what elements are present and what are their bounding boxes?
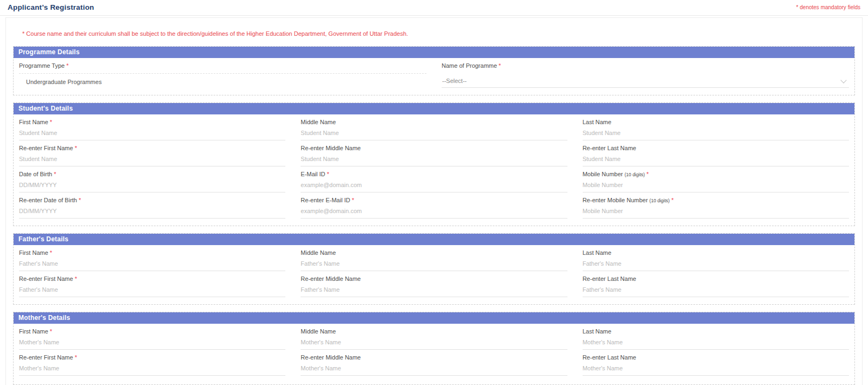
field-father-reenter-middle-name: Re-enter Middle Name bbox=[301, 275, 567, 297]
mother-middle-name-input[interactable] bbox=[301, 336, 567, 350]
mother-reenter-last-name-input[interactable] bbox=[583, 362, 849, 376]
student-dob-input[interactable] bbox=[19, 179, 285, 193]
student-reenter-first-name-input[interactable] bbox=[19, 153, 285, 166]
field-mother-reenter-last-name: Re-enter Last Name bbox=[583, 354, 849, 376]
field-student-reenter-last-name: Re-enter Last Name bbox=[583, 144, 849, 166]
student-email-input[interactable] bbox=[301, 179, 567, 193]
student-reenter-middle-name-input[interactable] bbox=[301, 153, 567, 166]
field-student-reenter-middle-name: Re-enter Middle Name bbox=[301, 144, 567, 166]
father-details-header: Father's Details bbox=[14, 234, 854, 245]
field-programme-type: Programme Type* Undergraduate Programmes bbox=[19, 62, 426, 88]
student-details-section: Student's Details First Name* Middle Nam… bbox=[13, 102, 855, 226]
father-reenter-first-name-input[interactable] bbox=[19, 284, 285, 297]
field-student-reenter-email: Re-enter E-Mail ID* bbox=[301, 196, 567, 219]
mother-details-header: Mother's Details bbox=[14, 312, 854, 324]
page-title: Applicant’s Registration bbox=[8, 3, 94, 11]
field-student-mobile: Mobile Number(10 digits)* bbox=[583, 170, 849, 193]
field-mother-first-name: First Name* bbox=[19, 328, 285, 350]
programme-name-label: Name of Programme* bbox=[442, 62, 849, 70]
field-student-reenter-first-name: Re-enter First Name* bbox=[19, 144, 285, 166]
father-details-section: Father's Details First Name* Middle Name… bbox=[13, 233, 855, 305]
field-student-dob: Date of Birth* bbox=[19, 170, 285, 193]
field-mother-reenter-middle-name: Re-enter Middle Name bbox=[301, 354, 567, 376]
mother-details-section: Mother's Details First Name* Middle Name… bbox=[13, 312, 855, 385]
mother-last-name-input[interactable] bbox=[583, 336, 849, 350]
programme-details-header: Programme Details bbox=[14, 47, 854, 58]
father-reenter-middle-name-input[interactable] bbox=[301, 284, 567, 297]
field-student-reenter-mobile: Re-enter Mobile Number(10 digits)* bbox=[583, 196, 849, 219]
mother-reenter-first-name-input[interactable] bbox=[19, 362, 285, 376]
field-father-first-name: First Name* bbox=[19, 249, 285, 271]
student-last-name-input[interactable] bbox=[583, 127, 849, 140]
student-reenter-dob-input[interactable] bbox=[19, 205, 285, 219]
father-last-name-input[interactable] bbox=[583, 258, 849, 271]
student-reenter-email-input[interactable] bbox=[301, 205, 567, 219]
student-middle-name-input[interactable] bbox=[301, 127, 567, 140]
top-title-bar: Applicant’s Registration * denotes manda… bbox=[0, 0, 868, 16]
programme-type-label: Programme Type* bbox=[19, 62, 426, 70]
father-reenter-last-name-input[interactable] bbox=[583, 284, 849, 297]
field-student-email: E-Mail ID* bbox=[301, 170, 567, 193]
programme-name-select[interactable]: --Select-- bbox=[442, 73, 849, 88]
student-mobile-input[interactable] bbox=[583, 179, 849, 193]
father-first-name-input[interactable] bbox=[19, 258, 285, 271]
field-student-middle-name: Middle Name bbox=[301, 118, 567, 140]
field-student-last-name: Last Name bbox=[583, 118, 849, 140]
student-reenter-mobile-input[interactable] bbox=[583, 205, 849, 219]
student-first-name-input[interactable] bbox=[19, 127, 285, 140]
student-details-header: Student's Details bbox=[14, 103, 854, 114]
field-mother-middle-name: Middle Name bbox=[301, 328, 567, 350]
field-father-reenter-last-name: Re-enter Last Name bbox=[583, 275, 849, 297]
mandatory-fields-note: * denotes mandatory fields bbox=[796, 4, 860, 10]
student-reenter-last-name-input[interactable] bbox=[583, 153, 849, 166]
field-mother-last-name: Last Name bbox=[583, 328, 849, 350]
father-middle-name-input[interactable] bbox=[301, 258, 567, 271]
field-father-reenter-first-name: Re-enter First Name* bbox=[19, 275, 285, 297]
mother-first-name-input[interactable] bbox=[19, 336, 285, 350]
chevron-down-icon bbox=[840, 77, 846, 83]
programme-details-section: Programme Details Programme Type* Underg… bbox=[13, 46, 855, 95]
field-student-reenter-dob: Re-enter Date of Birth* bbox=[19, 196, 285, 219]
field-student-first-name: First Name* bbox=[19, 118, 285, 140]
mother-reenter-middle-name-input[interactable] bbox=[301, 362, 567, 376]
field-father-middle-name: Middle Name bbox=[301, 249, 567, 271]
field-father-last-name: Last Name bbox=[583, 249, 849, 271]
registration-form-panel: * Course name and their curriculum shall… bbox=[5, 17, 863, 385]
field-programme-name: Name of Programme* --Select-- bbox=[442, 62, 849, 88]
programme-name-selected-value: --Select-- bbox=[442, 78, 467, 84]
curriculum-notice: * Course name and their curriculum shall… bbox=[13, 18, 855, 46]
field-mother-reenter-first-name: Re-enter First Name* bbox=[19, 354, 285, 376]
programme-type-value: Undergraduate Programmes bbox=[19, 74, 426, 86]
